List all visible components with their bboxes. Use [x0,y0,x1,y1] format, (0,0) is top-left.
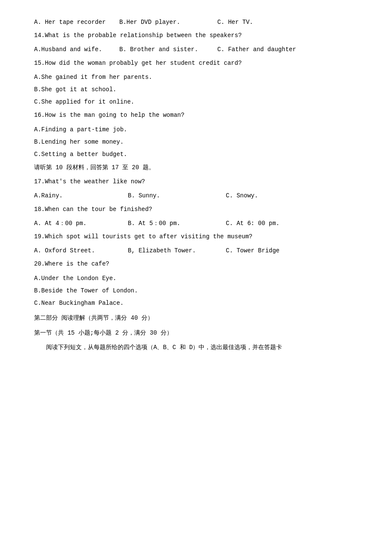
q19-block: 19.Which spot will tourists get to after… [34,231,358,256]
q15-answer-c: C.She applied for it online. [34,97,358,107]
reading-instruction-block: 阅读下列短文，从每题所给的四个选项（A、B、C 和 D）中，选出最佳选项，并在答… [34,342,358,353]
q17-answer-b: B. Sunny. [128,191,226,201]
q18-block: 18.When can the tour be finished? A. At … [34,204,358,229]
section1-header-block: 第一节（共 15 小题;每小题 2 分，满分 30 分） [34,328,358,338]
q18-answer-row: A. At 4：00 pm. B. At 5：00 pm. C. At 6: 0… [34,218,358,229]
q17-block: 17.What's the weather like now? A.Rainy.… [34,176,358,201]
q20-block: 20.Where is the cafe? A.Under the London… [34,259,358,309]
q13-answer-b: B.Her DVD player. [119,17,217,28]
section-prompt: 请听第 10 段材料，回答第 17 至 20 题。 [34,162,358,173]
q17-question: 17.What's the weather like now? [34,176,358,187]
q14-answer-row: A.Husband and wife. B. Brother and siste… [34,44,358,55]
q16-block: 16.How is the man going to help the woma… [34,110,358,160]
q17-answer-row: A.Rainy. B. Sunny. C. Snowy. [34,191,358,201]
q19-question: 19.Which spot will tourists get to after… [34,231,358,242]
q16-answer-c: C.Setting a better budget. [34,149,358,160]
q19-answer-a: A. Oxford Street. [34,246,128,256]
reading-instruction-text: 阅读下列短文，从每题所给的四个选项（A、B、C 和 D）中，选出最佳选项，并在答… [34,342,358,353]
q15-answer-b: B.She got it at school. [34,84,358,95]
q14-answer-b: B. Brother and sister. [119,44,217,55]
q20-answer-b: B.Beside the Tower of London. [34,286,358,296]
part2-header-text: 第二部分 阅读理解（共两节，满分 40 分） [34,313,358,324]
q17-answer-a: A.Rainy. [34,191,128,201]
q18-answer-b: B. At 5：00 pm. [128,218,226,229]
q15-block: 15.How did the woman probably get her st… [34,58,358,108]
q15-question: 15.How did the woman probably get her st… [34,58,358,69]
q14-answer-c: C. Father and daughter [217,44,296,55]
q14-answer-a: A.Husband and wife. [34,44,119,55]
q15-answer-a: A.She gained it from her parents. [34,72,358,83]
q13-answer-row: A. Her tape recorder B.Her DVD player. C… [34,17,358,28]
q19-answer-b: B, Elizabeth Tower. [128,246,226,256]
q13-answer-c: C. Her TV. [217,17,294,28]
q18-answer-c: C. At 6: 00 pm. [226,218,303,229]
part2-header-block: 第二部分 阅读理解（共两节，满分 40 分） [34,313,358,324]
q14-question: 14.What is the probable relationship bet… [34,30,358,41]
q13-answer-a: A. Her tape recorder [34,17,119,28]
q16-answer-a: A.Finding a part-time job. [34,124,358,135]
q14-block: 14.What is the probable relationship bet… [34,30,358,55]
q20-answer-a: A.Under the London Eye. [34,273,358,284]
q19-answer-c: C. Tower Bridge [226,246,303,256]
q18-question: 18.When can the tour be finished? [34,204,358,215]
q13-answers-block: A. Her tape recorder B.Her DVD player. C… [34,17,358,28]
q16-question: 16.How is the man going to help the woma… [34,110,358,121]
section-prompt-text: 请听第 10 段材料，回答第 17 至 20 题。 [34,162,358,173]
q17-answer-c: C. Snowy. [226,191,303,201]
q20-question: 20.Where is the cafe? [34,259,358,269]
q16-answer-b: B.Lending her some money. [34,137,358,147]
q19-answer-row: A. Oxford Street. B, Elizabeth Tower. C.… [34,246,358,256]
q18-answer-a: A. At 4：00 pm. [34,218,128,229]
q20-answer-c: C.Near Buckingham Palace. [34,298,358,309]
section1-header-text: 第一节（共 15 小题;每小题 2 分，满分 30 分） [34,328,358,338]
